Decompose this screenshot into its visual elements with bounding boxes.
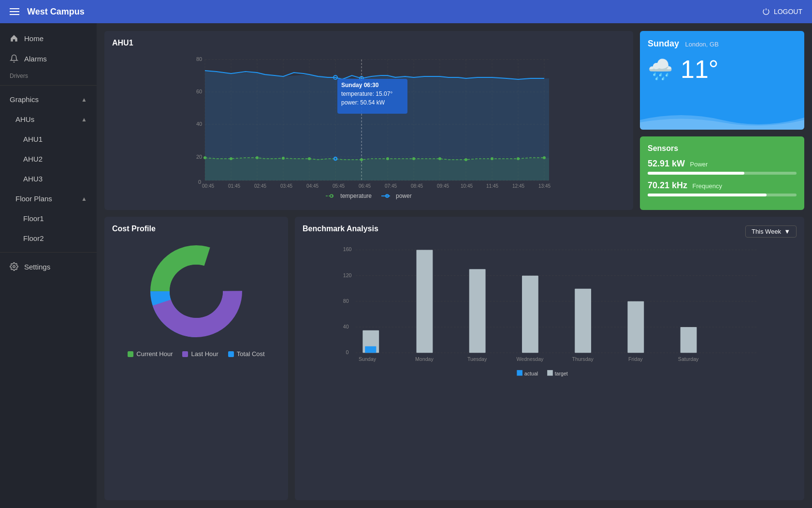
ahu-chart-area: 80 60 40 20 0: [112, 52, 625, 199]
frequency-sensor-row: 70.21 kHz Frequency: [648, 180, 797, 196]
sidebar-ahu1-label: AHU1: [23, 135, 43, 143]
svg-text:Monday: Monday: [415, 356, 434, 362]
legend-total-cost: Total Cost: [228, 350, 265, 358]
sidebar-floor2-label: Floor2: [23, 234, 44, 242]
svg-text:80: 80: [196, 56, 202, 62]
svg-text:11:45: 11:45: [486, 183, 498, 189]
svg-text:0: 0: [346, 349, 349, 355]
svg-text:Sunday 06:30: Sunday 06:30: [341, 82, 379, 89]
svg-point-30: [230, 157, 232, 160]
power-sensor-row: 52.91 kW Power: [648, 159, 797, 175]
svg-text:40: 40: [343, 324, 349, 329]
svg-text:12:45: 12:45: [512, 183, 524, 189]
frequency-sensor-bar: [648, 194, 797, 196]
power-sensor-value: 52.91 kW: [648, 159, 685, 168]
svg-point-40: [491, 157, 493, 160]
sidebar-settings-label: Settings: [24, 263, 50, 271]
layout: Home Alarms Drivers Graphics ▲ AHUs ▲ AH…: [0, 23, 812, 508]
sidebar-item-alarms[interactable]: Alarms: [0, 48, 97, 69]
svg-text:Friday: Friday: [628, 356, 643, 362]
legend-temperature: temperature: [326, 193, 372, 199]
svg-point-42: [543, 156, 546, 159]
svg-text:160: 160: [343, 246, 352, 252]
benchmark-header: Benchmark Analysis This Week ▼: [303, 224, 797, 238]
sidebar-item-graphics[interactable]: Graphics ▲: [0, 90, 97, 109]
bar-monday-target: [417, 250, 433, 353]
bar-saturday-target: [681, 327, 697, 353]
svg-text:power: 50.54 kW: power: 50.54 kW: [341, 99, 385, 106]
sidebar-floor1-label: Floor1: [23, 214, 44, 223]
settings-icon: [10, 262, 18, 271]
sidebar-item-ahus[interactable]: AHUs ▲: [0, 109, 97, 129]
benchmark-analysis-card: Benchmark Analysis This Week ▼ 160 120 8…: [295, 217, 804, 500]
svg-text:20: 20: [196, 154, 202, 160]
power-sensor-label: Power: [690, 161, 708, 168]
sidebar-ahu2-label: AHU2: [23, 155, 43, 163]
benchmark-title: Benchmark Analysis: [303, 224, 378, 233]
current-hour-label: Current Hour: [136, 350, 173, 358]
power-legend-label: power: [396, 193, 412, 199]
svg-text:05:45: 05:45: [333, 183, 345, 189]
svg-point-32: [282, 157, 285, 160]
svg-point-33: [308, 157, 311, 160]
ahu-chart-card: AHU1 80 60 40 20 0: [104, 31, 633, 210]
ahu-legend: temperature power: [112, 193, 625, 199]
sidebar-item-floor2[interactable]: Floor2: [0, 228, 97, 248]
period-dropdown-button[interactable]: This Week ▼: [745, 225, 797, 238]
sidebar-item-floor-plans[interactable]: Floor Plans ▲: [0, 189, 97, 209]
sensors-card: Sensors 52.91 kW Power 70.21 kHz Frequen…: [640, 136, 804, 210]
sidebar-item-settings[interactable]: Settings: [0, 256, 97, 277]
last-hour-label: Last Hour: [191, 350, 218, 358]
sidebar-item-ahu2[interactable]: AHU2: [0, 149, 97, 169]
bar-wednesday-target: [522, 276, 538, 353]
svg-text:60: 60: [196, 89, 202, 94]
period-label: This Week: [752, 228, 781, 235]
sidebar-graphics-label: Graphics: [10, 95, 39, 104]
sidebar-item-ahu1[interactable]: AHU1: [0, 129, 97, 149]
power-sensor-bar-fill: [648, 172, 744, 175]
logout-label: LOGOUT: [774, 8, 802, 15]
actual-legend-label: actual: [524, 371, 538, 376]
home-icon: [10, 34, 18, 43]
svg-text:80: 80: [343, 298, 349, 304]
svg-point-0: [13, 266, 15, 268]
ahu-line-chart: 80 60 40 20 0: [112, 52, 625, 193]
actual-legend-box: [517, 370, 522, 376]
cost-profile-legend: Current Hour Last Hour Total Cost: [112, 350, 280, 358]
svg-text:06:45: 06:45: [359, 183, 371, 189]
floor-plans-expand-icon: ▲: [81, 195, 87, 202]
svg-text:40: 40: [196, 121, 202, 127]
sensors-title: Sensors: [648, 144, 797, 153]
dropdown-arrow-icon: ▼: [784, 228, 790, 235]
weather-wave: [640, 105, 804, 130]
weather-temperature: 11°: [681, 55, 719, 84]
svg-text:09:45: 09:45: [437, 183, 449, 189]
sidebar: Home Alarms Drivers Graphics ▲ AHUs ▲ AH…: [0, 23, 97, 508]
svg-text:120: 120: [343, 272, 352, 278]
frequency-sensor-label: Frequency: [693, 182, 722, 190]
right-column: Sunday London, GB 🌧️ 11° Sensors: [640, 31, 804, 210]
header: West Campus LOGOUT: [0, 0, 812, 23]
sidebar-ahu3-label: AHU3: [23, 175, 43, 183]
frequency-sensor-bar-fill: [648, 194, 767, 196]
frequency-sensor-value: 70.21 kHz: [648, 180, 687, 190]
bar-friday-target: [627, 301, 644, 353]
sidebar-item-floor1[interactable]: Floor1: [0, 209, 97, 228]
target-legend-box: [547, 370, 553, 376]
bar-thursday-target: [575, 289, 591, 353]
sidebar-item-home[interactable]: Home: [0, 28, 97, 48]
benchmark-bar-chart: 160 120 80 40 0 Sunday: [303, 243, 797, 383]
temperature-legend-label: temperature: [340, 193, 372, 199]
weather-card: Sunday London, GB 🌧️ 11°: [640, 31, 804, 130]
hamburger-menu[interactable]: [10, 8, 19, 15]
power-sensor-bar: [648, 172, 797, 175]
svg-text:Thursday: Thursday: [572, 356, 594, 362]
power-icon: [762, 8, 770, 15]
svg-text:01:45: 01:45: [228, 183, 240, 189]
sidebar-item-ahu3[interactable]: AHU3: [0, 169, 97, 189]
svg-text:04:45: 04:45: [306, 183, 319, 189]
svg-point-41: [517, 157, 520, 160]
header-title: West Campus: [27, 7, 85, 17]
svg-text:0: 0: [198, 179, 201, 185]
logout-button[interactable]: LOGOUT: [762, 8, 802, 15]
